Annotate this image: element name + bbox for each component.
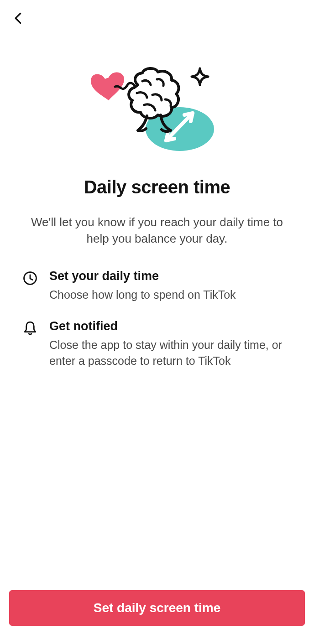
feature-set-daily-time: Set your daily time Choose how long to s… (22, 269, 292, 303)
main-content: Daily screen time We'll let you know if … (0, 36, 314, 385)
cta-container: Set daily screen time (0, 590, 314, 626)
feature-text: Get notified Close the app to stay withi… (49, 319, 292, 369)
brain-heart-sparkle-illustration (89, 63, 225, 159)
bell-icon (22, 320, 38, 337)
feature-title: Set your daily time (49, 269, 292, 283)
header (0, 0, 314, 36)
feature-text: Set your daily time Choose how long to s… (49, 269, 292, 303)
page-title: Daily screen time (22, 177, 292, 197)
feature-list: Set your daily time Choose how long to s… (22, 269, 292, 385)
back-icon (12, 11, 25, 26)
feature-desc: Choose how long to spend on TikTok (49, 287, 292, 303)
feature-get-notified: Get notified Close the app to stay withi… (22, 319, 292, 369)
set-daily-screen-time-button[interactable]: Set daily screen time (9, 590, 305, 626)
clock-icon (22, 270, 38, 286)
hero-illustration (22, 63, 292, 159)
back-button[interactable] (7, 7, 29, 29)
page-subtitle: We'll let you know if you reach your dai… (22, 214, 292, 247)
feature-title: Get notified (49, 319, 292, 333)
feature-desc: Close the app to stay within your daily … (49, 337, 292, 369)
